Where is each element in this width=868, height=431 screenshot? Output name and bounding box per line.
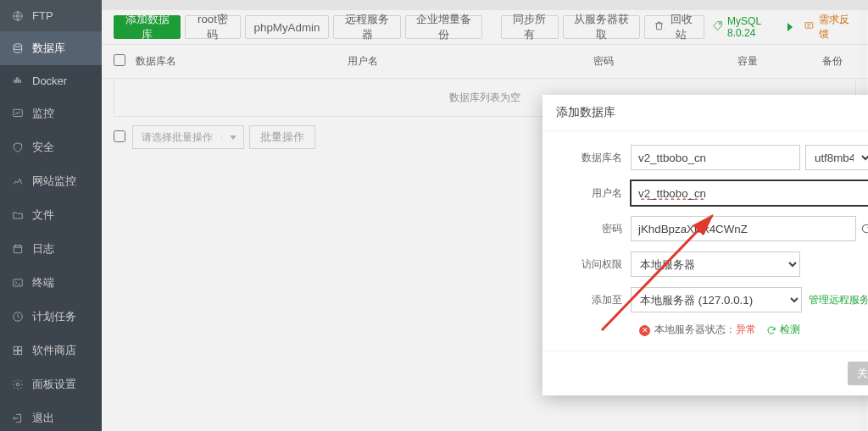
svg-rect-4 (19, 80, 20, 81)
sidebar-item-security[interactable]: 安全 (0, 130, 102, 164)
terminal-icon (12, 277, 24, 289)
modal-close-footer-button[interactable]: 关闭 (848, 362, 868, 385)
clock-icon (12, 311, 24, 323)
calendar-icon (12, 243, 24, 255)
sidebar-item-label: 文件 (32, 207, 54, 223)
sidebar-item-settings[interactable]: 面板设置 (0, 367, 102, 401)
access-select[interactable]: 本地服务器 (631, 251, 800, 277)
svg-rect-13 (19, 351, 22, 355)
sidebar-item-label: 安全 (32, 140, 54, 155)
sidebar-item-label: Docker (32, 75, 67, 87)
sidebar-item-label: 终端 (32, 275, 54, 290)
logout-icon (12, 412, 24, 424)
shield-icon (12, 141, 24, 153)
sidebar-item-label: 日志 (32, 241, 54, 257)
sidebar-item-monitor[interactable]: 监控 (0, 97, 102, 130)
sidebar: FTP 数据库 Docker 监控 安全 网站监控 文件 日志 (0, 0, 102, 431)
sidebar-item-terminal[interactable]: 终端 (0, 266, 102, 300)
svg-rect-6 (14, 109, 23, 116)
main-area: 添加数据库 root密码 phpMyAdmin 远程服务器 企业增量备份 同步所… (102, 0, 868, 431)
regen-password-button[interactable] (856, 223, 868, 235)
svg-rect-2 (14, 80, 15, 81)
sidebar-item-logs[interactable]: 日志 (0, 232, 102, 266)
server-status: ✕ 本地服务器状态：异常 检测 (558, 323, 868, 337)
manage-remote-link[interactable]: 管理远程服务器 (809, 293, 868, 307)
chart-icon (12, 108, 24, 119)
svg-rect-5 (16, 77, 18, 79)
modal-title: 添加数据库 (542, 95, 868, 131)
sidebar-item-store[interactable]: 软件商店 (0, 334, 102, 367)
grid-icon (12, 345, 24, 356)
svg-rect-10 (14, 346, 17, 350)
sidebar-item-label: 监控 (32, 106, 54, 121)
sidebar-item-logout[interactable]: 退出 (0, 401, 102, 431)
sidebar-item-cron[interactable]: 计划任务 (0, 300, 102, 334)
svg-rect-11 (19, 346, 22, 350)
label-dbname: 数据库名 (558, 151, 631, 165)
gear-icon (12, 379, 24, 390)
globe-icon (12, 10, 24, 22)
add-database-modal: ✕ 添加数据库 数据库名 utf8mb4 用户名 密码 访问 (542, 95, 868, 395)
sidebar-item-docker[interactable]: Docker (0, 65, 102, 97)
database-icon (12, 42, 24, 54)
sidebar-item-label: 计划任务 (32, 309, 76, 324)
label-user: 用户名 (558, 186, 631, 201)
sidebar-item-ftp[interactable]: FTP (0, 0, 102, 31)
svg-rect-8 (14, 279, 23, 286)
label-addto: 添加至 (558, 293, 631, 307)
password-input[interactable] (631, 216, 856, 241)
charset-select[interactable]: utf8mb4 (805, 145, 868, 170)
username-input[interactable] (631, 180, 868, 206)
svg-point-1 (14, 44, 21, 47)
signal-icon (12, 175, 24, 187)
dbname-input[interactable] (631, 145, 800, 170)
addto-select[interactable]: 本地服务器 (127.0.0.1) (631, 287, 802, 312)
sidebar-item-label: 数据库 (32, 41, 65, 56)
sidebar-item-label: 退出 (32, 411, 54, 426)
sidebar-item-label: FTP (32, 9, 53, 22)
sidebar-item-label: 网站监控 (32, 174, 76, 189)
sidebar-item-sitewatch[interactable]: 网站监控 (0, 164, 102, 198)
svg-rect-12 (14, 351, 17, 355)
sidebar-item-label: 软件商店 (32, 343, 76, 358)
docker-icon (12, 75, 24, 87)
sidebar-item-files[interactable]: 文件 (0, 198, 102, 232)
svg-rect-3 (16, 80, 18, 81)
error-icon: ✕ (639, 325, 650, 336)
check-status-button[interactable]: 检测 (766, 323, 800, 337)
label-pass: 密码 (558, 222, 631, 236)
sidebar-item-database[interactable]: 数据库 (0, 31, 102, 65)
label-access: 访问权限 (558, 257, 631, 272)
svg-rect-7 (14, 246, 21, 253)
folder-icon (12, 209, 24, 221)
sidebar-item-label: 面板设置 (32, 377, 76, 392)
svg-point-14 (16, 383, 19, 386)
